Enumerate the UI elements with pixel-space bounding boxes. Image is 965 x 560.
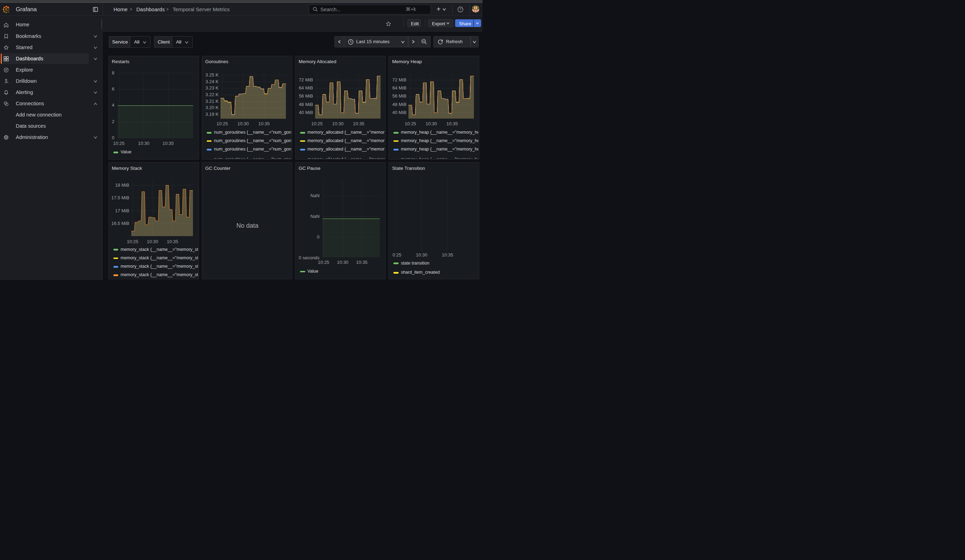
svg-text:?: ?	[460, 7, 461, 11]
